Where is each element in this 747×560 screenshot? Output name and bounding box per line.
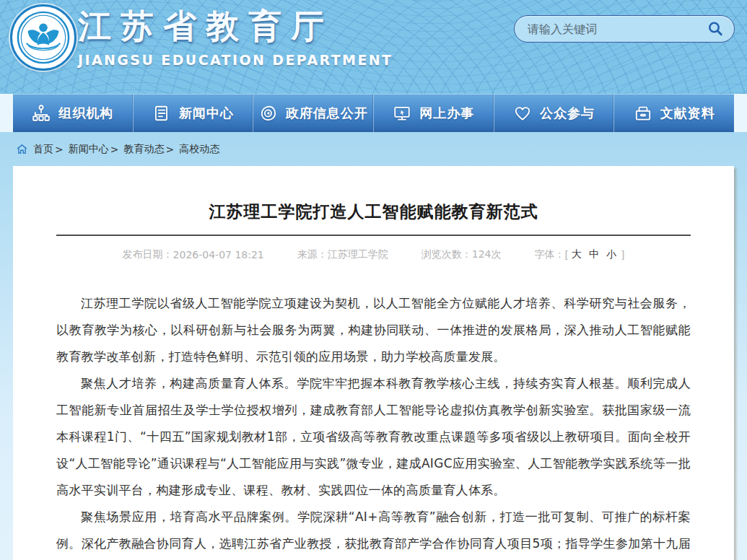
nav-item-news-center[interactable]: 新闻中心 (133, 94, 253, 132)
archive-icon (634, 104, 652, 123)
search-button[interactable] (705, 19, 725, 39)
home-icon (16, 143, 28, 155)
breadcrumb: 首页 > 新闻中心 > 教育动态 > 高校动态 (0, 132, 747, 166)
org-chart-icon (32, 104, 51, 123)
breadcrumb-news-center[interactable]: 新闻中心 (69, 143, 109, 156)
main-nav: 组织机构 新闻中心 政府信息公开 (13, 94, 734, 132)
site-title: 江苏省教育厅 (78, 4, 393, 49)
nav-item-public-participation[interactable]: 公众参与 (494, 94, 614, 132)
search-box (514, 15, 735, 43)
heart-icon (513, 104, 532, 123)
nav-label: 新闻中心 (179, 105, 234, 122)
page: 江苏省教育厅 JIANGSU EDUCATION DEPARTMENT (0, 0, 747, 560)
monitor-icon (393, 104, 411, 123)
font-size-small-button[interactable]: 小 (606, 248, 618, 261)
breadcrumb-university-news[interactable]: 高校动态 (179, 143, 219, 156)
nav-item-online-services[interactable]: 网上办事 (373, 94, 494, 132)
source-value: 江苏理工学院 (328, 248, 388, 261)
font-size-large-button[interactable]: 大 (572, 248, 583, 261)
education-emblem-icon (15, 9, 71, 66)
nav-label: 公众参与 (540, 105, 595, 122)
breadcrumb-home[interactable]: 首页 (33, 143, 53, 156)
views-value: 124次 (472, 248, 502, 261)
bracket-close: ] (621, 249, 624, 261)
news-doc-icon (152, 104, 171, 123)
nav-item-organization[interactable]: 组织机构 (13, 94, 133, 132)
font-size-control: 字体： [ 大 中 小 ] (534, 248, 624, 261)
nav-item-gov-info-disclosure[interactable]: 政府信息公开 (253, 94, 373, 132)
publish-date-label: 发布日期： (123, 248, 173, 261)
article-paragraph: 聚焦场景应用，培育高水平品牌案例。学院深耕“AI+高等教育”融合创新，打造一批可… (56, 504, 691, 560)
nav-label: 文献资料 (660, 105, 715, 122)
bracket-open: [ (564, 249, 568, 261)
font-size-medium-button[interactable]: 中 (589, 248, 600, 261)
breadcrumb-separator: > (165, 144, 174, 155)
article-paragraph: 聚焦人才培养，构建高质量育人体系。学院牢牢把握本科教育教学核心主线，持续夯实育人… (56, 370, 691, 504)
source-label: 来源： (297, 248, 328, 261)
site-title-block: 江苏省教育厅 JIANGSU EDUCATION DEPARTMENT (78, 4, 393, 68)
publish-date-value: 2026-04-07 18:21 (173, 249, 264, 261)
article-meta: 发布日期： 2026-04-07 18:21 来源： 江苏理工学院 浏览次数： … (56, 248, 691, 261)
article-body: 江苏理工学院以省级人工智能学院立项建设为契机，以人工智能全方位赋能人才培养、科学… (56, 290, 691, 560)
breadcrumb-separator: > (55, 144, 64, 155)
nav-item-documents[interactable]: 文献资料 (613, 94, 734, 132)
view-count: 浏览次数： 124次 (421, 248, 502, 261)
breadcrumb-education-news[interactable]: 教育动态 (123, 143, 164, 156)
site-subtitle: JIANGSU EDUCATION DEPARTMENT (78, 52, 393, 68)
nav-label: 网上办事 (419, 105, 474, 122)
article-title: 江苏理工学院打造人工智能赋能教育新范式 (56, 201, 691, 223)
article-paragraph: 江苏理工学院以省级人工智能学院立项建设为契机，以人工智能全方位赋能人才培养、科学… (56, 290, 691, 370)
nav-label: 政府信息公开 (286, 105, 368, 122)
article-source: 来源： 江苏理工学院 (297, 248, 388, 261)
publish-date: 发布日期： 2026-04-07 18:21 (123, 248, 264, 261)
breadcrumb-separator: > (110, 144, 119, 155)
font-size-label: 字体： (534, 248, 564, 261)
views-label: 浏览次数： (421, 248, 472, 261)
info-disclosure-icon (259, 104, 278, 123)
page-lower: 首页 > 新闻中心 > 教育动态 > 高校动态 江苏理工学院打造人工智能赋能教育… (0, 132, 747, 560)
site-header: 江苏省教育厅 JIANGSU EDUCATION DEPARTMENT (0, 0, 747, 94)
search-input[interactable] (528, 22, 705, 36)
article-card: 江苏理工学院打造人工智能赋能教育新范式 发布日期： 2026-04-07 18:… (13, 166, 734, 560)
search-icon (707, 20, 724, 38)
jiangsu-education-logo[interactable] (10, 4, 77, 71)
nav-label: 组织机构 (58, 105, 113, 122)
title-divider (56, 235, 691, 236)
